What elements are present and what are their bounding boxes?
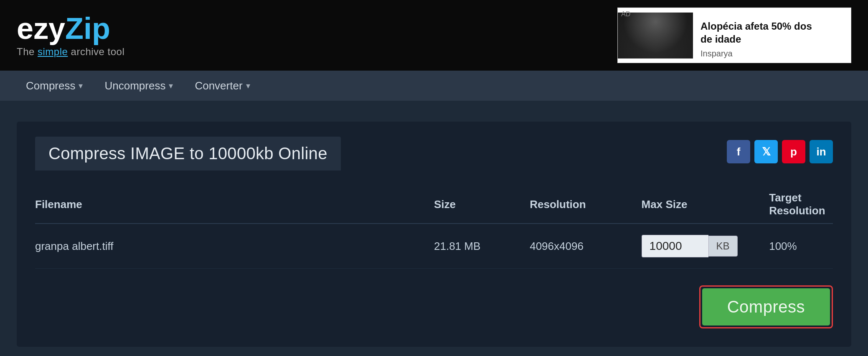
file-max-size: KB: [642, 224, 769, 269]
col-filename-header: Filename: [35, 186, 434, 224]
file-table: Filename Size Resolution Max Size Target…: [35, 186, 833, 269]
facebook-button[interactable]: f: [727, 140, 750, 163]
col-resolution-header: Resolution: [530, 186, 641, 224]
logo-zip: Zip: [65, 12, 110, 45]
card-footer: Compress: [35, 285, 833, 328]
linkedin-button[interactable]: in: [810, 140, 833, 163]
nav-compress-label: Compress: [26, 79, 75, 92]
header: ezyZip The simple archive tool AD Alopéc…: [0, 0, 868, 71]
nav-uncompress-label: Uncompress: [104, 79, 165, 92]
ad-content: Alopécia afeta 50% dosde idade Insparya: [693, 8, 851, 63]
max-size-input[interactable]: [642, 235, 708, 257]
max-size-input-group: KB: [642, 235, 769, 257]
compress-button[interactable]: Compress: [702, 288, 830, 325]
col-maxsize-header: Max Size: [642, 186, 769, 224]
nav-compress[interactable]: Compress ▾: [17, 73, 92, 99]
main-content: Compress IMAGE to 10000kb Online f 𝕏 p i…: [0, 101, 868, 356]
logo-ezy: ezy: [17, 12, 65, 45]
max-size-unit: KB: [708, 236, 738, 257]
logo-area: ezyZip The simple archive tool: [17, 13, 124, 58]
navbar: Compress ▾ Uncompress ▾ Converter ▾: [0, 71, 868, 101]
tagline-prefix: The: [17, 46, 38, 57]
nav-uncompress-chevron: ▾: [169, 81, 173, 91]
ad-title: Alopécia afeta 50% dosde idade: [700, 20, 843, 46]
table-body: granpa albert.tiff 21.81 MB 4096x4096 KB…: [35, 224, 833, 269]
card-header: Compress IMAGE to 10000kb Online f 𝕏 p i…: [35, 137, 833, 170]
compress-button-wrapper: Compress: [699, 285, 833, 328]
table-head: Filename Size Resolution Max Size Target…: [35, 186, 833, 224]
file-name: granpa albert.tiff: [35, 224, 434, 269]
social-icons: f 𝕏 p in: [727, 140, 833, 163]
twitter-button[interactable]: 𝕏: [754, 140, 778, 163]
col-size-header: Size: [434, 186, 530, 224]
pinterest-button[interactable]: p: [782, 140, 805, 163]
logo-tagline: The simple archive tool: [17, 46, 124, 58]
card: Compress IMAGE to 10000kb Online f 𝕏 p i…: [17, 122, 851, 347]
file-resolution: 4096x4096: [530, 224, 641, 269]
ad-image: [618, 13, 693, 58]
col-target-header: Target Resolution: [769, 186, 833, 224]
ad-banner: AD Alopécia afeta 50% dosde idade Inspar…: [617, 8, 851, 63]
nav-converter-label: Converter: [195, 79, 242, 92]
logo: ezyZip: [17, 13, 124, 43]
ad-source: Insparya: [700, 49, 843, 58]
table-header-row: Filename Size Resolution Max Size Target…: [35, 186, 833, 224]
tagline-link[interactable]: simple: [38, 46, 68, 57]
table-row: granpa albert.tiff 21.81 MB 4096x4096 KB…: [35, 224, 833, 269]
tagline-suffix: archive tool: [68, 46, 124, 57]
ad-label: AD: [621, 10, 630, 18]
card-title: Compress IMAGE to 10000kb Online: [35, 137, 341, 170]
nav-converter[interactable]: Converter ▾: [185, 73, 259, 99]
nav-uncompress[interactable]: Uncompress ▾: [95, 73, 182, 99]
nav-compress-chevron: ▾: [79, 81, 83, 91]
nav-converter-chevron: ▾: [246, 81, 250, 91]
target-resolution: 100%: [769, 224, 833, 269]
ad-image-inner: [618, 13, 693, 58]
file-size: 21.81 MB: [434, 224, 530, 269]
